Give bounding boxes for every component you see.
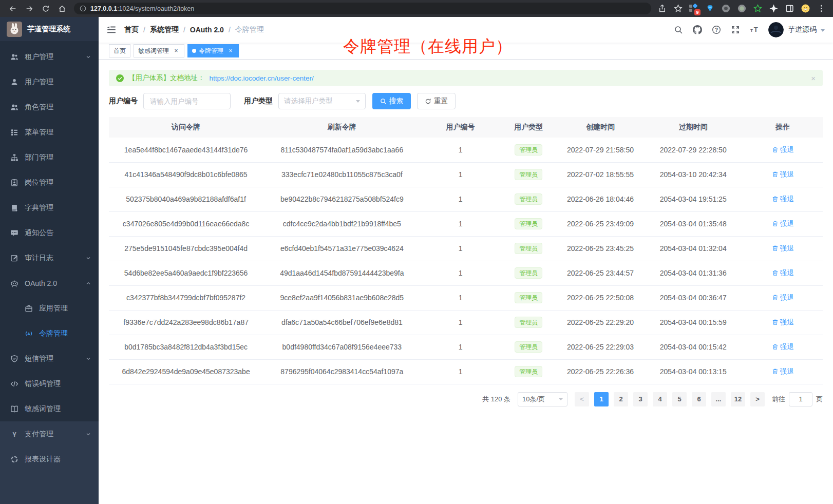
green-star-extension-icon[interactable] <box>753 4 762 13</box>
fullscreen-icon[interactable] <box>730 25 741 35</box>
chevron-up-icon <box>85 280 91 286</box>
force-logout-link[interactable]: 强退 <box>772 145 794 154</box>
force-logout-link[interactable]: 强退 <box>772 342 794 352</box>
page-button-1[interactable]: 1 <box>594 392 609 406</box>
force-logout-link[interactable]: 强退 <box>772 219 794 228</box>
breadcrumb-item[interactable]: 首页 <box>124 25 139 34</box>
created-time-cell: 2022-06-25 23:44:57 <box>557 261 643 285</box>
page-button-3[interactable]: 3 <box>633 392 648 406</box>
main-area: 首页/系统管理/OAuth 2.0/令牌管理 ? TT 芋道源码 首页 敏感词管… <box>99 17 833 504</box>
sidebar-item-audit-log[interactable]: 审计日志 <box>0 245 99 270</box>
token-signal-icon: A <box>25 329 33 338</box>
home-button[interactable] <box>54 2 70 15</box>
force-logout-link[interactable]: 强退 <box>772 318 794 327</box>
search-icon[interactable] <box>673 25 684 35</box>
back-button[interactable] <box>5 2 21 15</box>
font-size-icon[interactable]: TT <box>749 25 760 35</box>
trash-icon <box>772 171 779 178</box>
alert-close-icon[interactable]: × <box>811 74 816 82</box>
grey-circle-extension-icon[interactable] <box>721 4 730 13</box>
user-type-tag: 管理员 <box>515 169 542 180</box>
sidebar-item-label: 租户管理 <box>25 52 79 62</box>
sidebar-item-sensitive-word[interactable]: 敏感词管理 <box>0 396 99 421</box>
user-type-cell: 管理员 <box>500 285 557 310</box>
sidebar-item-user[interactable]: 用户管理 <box>0 69 99 94</box>
sidebar-item-org-chart[interactable]: 部门管理 <box>0 145 99 170</box>
sidebar-item-error-code[interactable]: 错误码管理 <box>0 371 99 396</box>
prev-page-button[interactable]: < <box>575 392 589 406</box>
breadcrumb-item[interactable]: OAuth 2.0 <box>190 26 224 34</box>
sidebar-item-post-badge[interactable]: 岗位管理 <box>0 170 99 195</box>
refresh-token-cell: cdfc4ce9c2da4bb1bdf21b9918ff4be5 <box>263 211 421 236</box>
page-size-select[interactable]: 10条/页 <box>518 392 567 406</box>
goto-page-input[interactable] <box>789 392 812 406</box>
side-panel-icon[interactable] <box>785 4 794 13</box>
doc-link[interactable]: https://doc.iocoder.cn/user-center/ <box>210 74 314 82</box>
page-button-6[interactable]: 6 <box>692 392 706 406</box>
audit-log-icon <box>10 254 18 262</box>
chevron-down-icon <box>356 100 360 103</box>
access-token-cell: c342377bf8b344799dcbf7bf095287f2 <box>109 285 263 310</box>
app-logo[interactable]: 芋道管理系统 <box>0 17 99 41</box>
sidebar-item-announcement[interactable]: 通知公告 <box>0 220 99 245</box>
profile-avatar[interactable] <box>801 4 810 13</box>
reload-button[interactable] <box>38 2 53 15</box>
tab[interactable]: 令牌管理 × <box>187 44 239 57</box>
sidebar-item-menu-tree[interactable]: 菜单管理 <box>0 120 99 145</box>
force-logout-label: 强退 <box>780 219 794 228</box>
force-logout-link[interactable]: 强退 <box>772 244 794 253</box>
next-page-button[interactable]: > <box>750 392 765 406</box>
user-menu[interactable]: 芋道源码 <box>768 22 825 37</box>
refresh-token-cell: 8796295f04064c2983414cc54af1097a <box>263 359 421 384</box>
force-logout-link[interactable]: 强退 <box>772 367 794 376</box>
search-button[interactable]: 搜索 <box>372 93 411 109</box>
more-pages-button[interactable]: ... <box>711 392 726 406</box>
sidebar-item-roles[interactable]: 角色管理 <box>0 94 99 120</box>
dictionary-icon <box>10 204 18 212</box>
user-type-select[interactable]: 请选择用户类型 <box>278 93 366 109</box>
expire-time-cell: 2054-03-04 00:15:59 <box>643 310 743 335</box>
page-button-2[interactable]: 2 <box>614 392 628 406</box>
extension-blocks-icon[interactable]: 9 <box>689 4 698 13</box>
sidebar-item-oauth-robot[interactable]: OAuth 2.0 <box>0 270 99 296</box>
sidebar-item-token-signal[interactable]: A 令牌管理 <box>0 321 99 346</box>
site-info-icon[interactable] <box>80 5 86 12</box>
tab[interactable]: 首页 <box>109 44 130 57</box>
reset-button[interactable]: 重置 <box>417 93 456 109</box>
breadcrumb-item[interactable]: 系统管理 <box>150 25 179 34</box>
browser-menu-icon[interactable] <box>817 4 826 13</box>
bookmark-star-icon[interactable] <box>673 4 683 13</box>
url-bar[interactable]: 127.0.0.1:1024/system/oauth2/token <box>74 3 651 14</box>
force-logout-link[interactable]: 强退 <box>772 195 794 204</box>
user-type-cell: 管理员 <box>500 261 557 285</box>
sidebar-item-app-briefcase[interactable]: 应用管理 <box>0 296 99 321</box>
page-button-5[interactable]: 5 <box>672 392 687 406</box>
table-row: f9336e7c7dd242a283ee98dc86b17a87 dfa6c71… <box>109 310 823 335</box>
sparkle-extension-icon[interactable] <box>769 4 778 13</box>
sidebar: 芋道管理系统 租户管理 用户管理 角色管理 菜单管理 部门管理 岗位管理 字典管… <box>0 17 99 504</box>
tab[interactable]: 敏感词管理 × <box>134 44 184 57</box>
page-button-12[interactable]: 12 <box>731 392 745 406</box>
sidebar-item-dictionary[interactable]: 字典管理 <box>0 195 99 220</box>
force-logout-link[interactable]: 强退 <box>772 293 794 302</box>
sidebar-item-tenant-users[interactable]: 租户管理 <box>0 44 99 69</box>
trash-icon <box>772 245 779 251</box>
page-button-4[interactable]: 4 <box>653 392 667 406</box>
user-id-input[interactable] <box>143 93 231 109</box>
sidebar-collapse-icon[interactable] <box>99 17 124 43</box>
sidebar-item-report-designer[interactable]: 报表设计器 <box>0 447 99 472</box>
sidebar-item-sms-shield[interactable]: 短信管理 <box>0 346 99 371</box>
share-icon[interactable] <box>657 4 667 13</box>
force-logout-link[interactable]: 强退 <box>772 170 794 179</box>
dot-circle-extension-icon[interactable] <box>737 4 746 13</box>
tab-close-icon[interactable]: × <box>227 47 234 54</box>
tab-close-icon[interactable]: × <box>173 47 180 54</box>
error-code-icon <box>10 380 18 388</box>
help-icon[interactable]: ? <box>711 25 722 35</box>
sidebar-item-payment-yen[interactable]: ¥ 支付管理 <box>0 421 99 447</box>
created-time-cell: 2022-06-25 22:26:36 <box>557 359 643 384</box>
github-icon[interactable] <box>692 25 703 35</box>
forward-button[interactable] <box>22 2 37 15</box>
gem-extension-icon[interactable] <box>705 4 714 13</box>
force-logout-link[interactable]: 强退 <box>772 268 794 278</box>
